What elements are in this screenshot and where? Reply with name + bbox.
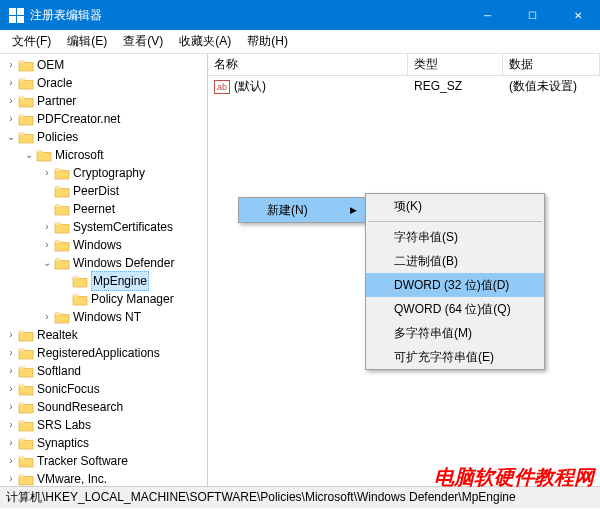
expand-icon[interactable]: › bbox=[4, 56, 18, 74]
close-button[interactable]: ✕ bbox=[555, 0, 600, 30]
expand-icon[interactable]: › bbox=[4, 470, 18, 486]
tree-label[interactable]: SRS Labs bbox=[37, 416, 91, 434]
tree-label[interactable]: Windows bbox=[73, 236, 122, 254]
tree-node[interactable]: ›SRS Labs bbox=[0, 416, 207, 434]
menu-help[interactable]: 帮助(H) bbox=[239, 31, 296, 52]
tree-label[interactable]: Peernet bbox=[73, 200, 115, 218]
tree-node[interactable]: ›Cryptography bbox=[0, 164, 207, 182]
tree-node[interactable]: ›Synaptics bbox=[0, 434, 207, 452]
expand-icon[interactable]: › bbox=[4, 398, 18, 416]
tree-node[interactable]: ›PDFCreator.net bbox=[0, 110, 207, 128]
tree-node[interactable]: MpEngine bbox=[0, 272, 207, 290]
sub-expandstring[interactable]: 可扩充字符串值(E) bbox=[366, 345, 544, 369]
cell-data: (数值未设置) bbox=[503, 78, 583, 95]
tree-node[interactable]: ›RegisteredApplications bbox=[0, 344, 207, 362]
tree-label[interactable]: SoundResearch bbox=[37, 398, 123, 416]
tree-node[interactable]: Peernet bbox=[0, 200, 207, 218]
tree-node[interactable]: ›Softland bbox=[0, 362, 207, 380]
menu-edit[interactable]: 编辑(E) bbox=[59, 31, 115, 52]
menu-view[interactable]: 查看(V) bbox=[115, 31, 171, 52]
tree-node[interactable]: ›SoundResearch bbox=[0, 398, 207, 416]
expand-icon[interactable]: › bbox=[4, 434, 18, 452]
content-area: ›OEM›Oracle›Partner›PDFCreator.net⌄Polic… bbox=[0, 54, 600, 486]
expand-icon[interactable]: › bbox=[4, 326, 18, 344]
tree-node[interactable]: ›OEM bbox=[0, 56, 207, 74]
tree-node[interactable]: ⌄Windows Defender bbox=[0, 254, 207, 272]
sub-multistring[interactable]: 多字符串值(M) bbox=[366, 321, 544, 345]
tree-node[interactable]: ›Realtek bbox=[0, 326, 207, 344]
sub-dword[interactable]: DWORD (32 位)值(D) bbox=[366, 273, 544, 297]
tree-node[interactable]: Policy Manager bbox=[0, 290, 207, 308]
tree-node[interactable]: ›Windows bbox=[0, 236, 207, 254]
tree-pane[interactable]: ›OEM›Oracle›Partner›PDFCreator.net⌄Polic… bbox=[0, 54, 208, 486]
folder-icon bbox=[18, 454, 34, 468]
col-data[interactable]: 数据 bbox=[503, 54, 600, 75]
tree-node[interactable]: ›Partner bbox=[0, 92, 207, 110]
tree-label[interactable]: Windows NT bbox=[73, 308, 141, 326]
tree-label[interactable]: Partner bbox=[37, 92, 76, 110]
tree-label[interactable]: OEM bbox=[37, 56, 64, 74]
folder-icon bbox=[54, 238, 70, 252]
tree-label[interactable]: Tracker Software bbox=[37, 452, 128, 470]
list-row[interactable]: ab(默认) REG_SZ (数值未设置) bbox=[208, 76, 600, 96]
tree-node[interactable]: ›Tracker Software bbox=[0, 452, 207, 470]
tree-label[interactable]: Microsoft bbox=[55, 146, 104, 164]
status-path: 计算机\HKEY_LOCAL_MACHINE\SOFTWARE\Policies… bbox=[6, 489, 516, 506]
sub-key[interactable]: 项(K) bbox=[366, 194, 544, 218]
expand-icon[interactable]: › bbox=[40, 218, 54, 236]
tree-node[interactable]: ⌄Microsoft bbox=[0, 146, 207, 164]
cell-name: ab(默认) bbox=[208, 78, 408, 95]
expand-icon[interactable]: › bbox=[40, 164, 54, 182]
string-icon: ab bbox=[214, 80, 230, 94]
tree-label[interactable]: MpEngine bbox=[91, 271, 149, 291]
tree-node[interactable]: ›SystemCertificates bbox=[0, 218, 207, 236]
tree-node[interactable]: ›SonicFocus bbox=[0, 380, 207, 398]
tree-label[interactable]: Policy Manager bbox=[91, 290, 174, 308]
expand-icon[interactable]: › bbox=[4, 344, 18, 362]
expand-icon[interactable]: › bbox=[4, 92, 18, 110]
expand-icon[interactable]: › bbox=[4, 362, 18, 380]
folder-icon bbox=[72, 274, 88, 288]
expand-icon[interactable]: › bbox=[4, 416, 18, 434]
tree-label[interactable]: Softland bbox=[37, 362, 81, 380]
sub-qword[interactable]: QWORD (64 位)值(Q) bbox=[366, 297, 544, 321]
tree-label[interactable]: Policies bbox=[37, 128, 78, 146]
expand-icon[interactable]: › bbox=[40, 236, 54, 254]
tree-node[interactable]: ›Windows NT bbox=[0, 308, 207, 326]
expand-icon[interactable]: › bbox=[4, 74, 18, 92]
expand-icon[interactable]: › bbox=[4, 110, 18, 128]
tree-node[interactable]: ⌄Policies bbox=[0, 128, 207, 146]
sub-string[interactable]: 字符串值(S) bbox=[366, 225, 544, 249]
tree-label[interactable]: RegisteredApplications bbox=[37, 344, 160, 362]
tree-node[interactable]: PeerDist bbox=[0, 182, 207, 200]
tree-label[interactable]: Windows Defender bbox=[73, 254, 174, 272]
tree-label[interactable]: Oracle bbox=[37, 74, 72, 92]
expand-icon[interactable]: › bbox=[4, 452, 18, 470]
expand-icon[interactable]: ⌄ bbox=[4, 128, 18, 146]
tree-label[interactable]: PDFCreator.net bbox=[37, 110, 120, 128]
expand-icon[interactable]: › bbox=[4, 380, 18, 398]
separator bbox=[368, 221, 542, 222]
menu-favorites[interactable]: 收藏夹(A) bbox=[171, 31, 239, 52]
tree-label[interactable]: Realtek bbox=[37, 326, 78, 344]
menu-file[interactable]: 文件(F) bbox=[4, 31, 59, 52]
tree-label[interactable]: Synaptics bbox=[37, 434, 89, 452]
tree-label[interactable]: SonicFocus bbox=[37, 380, 100, 398]
tree-label[interactable]: PeerDist bbox=[73, 182, 119, 200]
maximize-button[interactable]: ☐ bbox=[510, 0, 555, 30]
ctx-new[interactable]: 新建(N)▶ bbox=[239, 198, 365, 222]
tree-node[interactable]: ›Oracle bbox=[0, 74, 207, 92]
col-type[interactable]: 类型 bbox=[408, 54, 503, 75]
folder-icon bbox=[18, 112, 34, 126]
expand-icon[interactable]: ⌄ bbox=[40, 254, 54, 272]
minimize-button[interactable]: ─ bbox=[465, 0, 510, 30]
expand-icon[interactable]: ⌄ bbox=[22, 146, 36, 164]
tree-label[interactable]: VMware, Inc. bbox=[37, 470, 107, 486]
tree-label[interactable]: SystemCertificates bbox=[73, 218, 173, 236]
tree-node[interactable]: ›VMware, Inc. bbox=[0, 470, 207, 486]
sub-binary[interactable]: 二进制值(B) bbox=[366, 249, 544, 273]
list-pane[interactable]: 名称 类型 数据 ab(默认) REG_SZ (数值未设置) 新建(N)▶ 项(… bbox=[208, 54, 600, 486]
col-name[interactable]: 名称 bbox=[208, 54, 408, 75]
expand-icon[interactable]: › bbox=[40, 308, 54, 326]
tree-label[interactable]: Cryptography bbox=[73, 164, 145, 182]
